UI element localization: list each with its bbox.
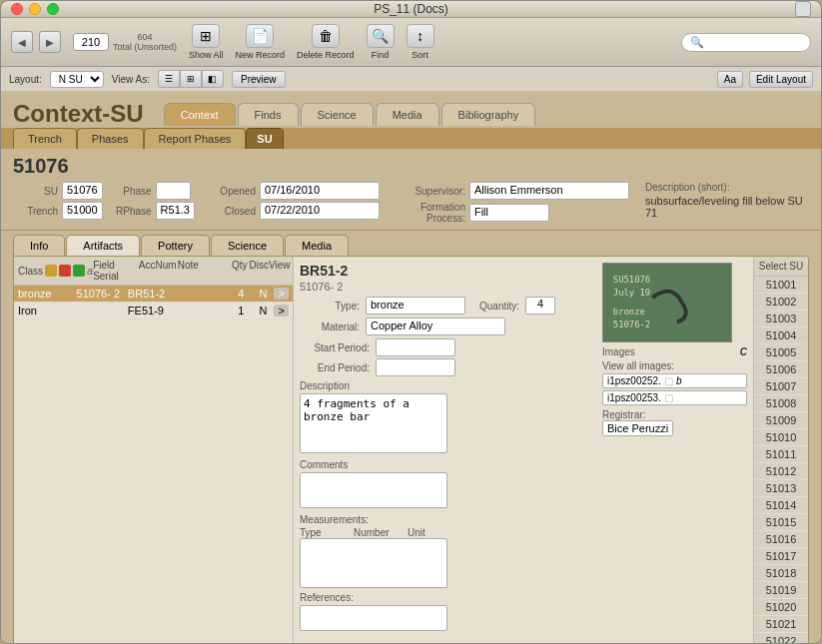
tab-science[interactable]: Science — [301, 103, 374, 126]
references-section: References: — [300, 592, 594, 631]
su-item[interactable]: 51002 — [754, 294, 808, 311]
view-as-label: View As: — [112, 74, 150, 85]
image-file-1[interactable]: i1psz00253. ▢ — [602, 390, 747, 405]
comments-textarea[interactable] — [300, 472, 447, 508]
record-number-input[interactable] — [73, 33, 109, 51]
sub-tab-phases[interactable]: Phases — [77, 128, 144, 149]
artifact-image: SU51076 July 19 bronze 51076-2 — [602, 263, 732, 342]
show-all-icon: ⊞ — [192, 24, 220, 48]
edit-layout-button[interactable]: Edit Layout — [749, 71, 813, 88]
td-view-0[interactable]: > — [274, 288, 289, 300]
content-tab-science[interactable]: Science — [211, 235, 284, 256]
main-window: PS_11 (Docs) ◀ ▶ 604 Total (Unsorted) ⊞ … — [0, 0, 822, 644]
content-tab-artifacts[interactable]: Artifacts — [66, 235, 140, 256]
sub-tab-report-phases[interactable]: Report Phases — [144, 128, 247, 149]
supervisor-label: Supervisor: — [396, 186, 465, 197]
view-list-button[interactable]: ⊞ — [180, 70, 202, 88]
aa-button[interactable]: Aa — [717, 71, 743, 88]
su-item[interactable]: 51010 — [754, 429, 808, 446]
su-item[interactable]: 51004 — [754, 327, 808, 344]
meas-table-header: Type Number Unit — [300, 527, 594, 538]
artifact-sub: 51076- 2 — [300, 281, 594, 293]
su-item[interactable]: 51019 — [754, 582, 808, 599]
type-value: bronze — [366, 297, 465, 315]
view-preview-button[interactable]: ◧ — [202, 70, 224, 88]
td-qty-1: 1 — [230, 305, 252, 317]
new-record-button[interactable]: 📄 New Record — [236, 24, 286, 60]
tab-finds[interactable]: Finds — [238, 103, 299, 126]
su-item[interactable]: 51016 — [754, 531, 808, 548]
maximize-button[interactable] — [47, 3, 59, 15]
record-total-label: 604 — [138, 32, 153, 42]
references-area — [300, 605, 447, 631]
search-input[interactable] — [708, 36, 802, 48]
su-item[interactable]: 51015 — [754, 514, 808, 531]
view-form-button[interactable]: ☰ — [158, 70, 180, 88]
nav-back-button[interactable]: ◀ — [11, 31, 33, 53]
formation-label: Formation Process: — [396, 202, 465, 224]
table-header: Class a Field Serial AccNum Note Qty Dis… — [14, 257, 293, 286]
su-item[interactable]: 51009 — [754, 412, 808, 429]
delete-record-icon: 🗑 — [312, 24, 340, 48]
search-box[interactable]: 🔍 — [681, 33, 811, 52]
su-item[interactable]: 51001 — [754, 277, 808, 294]
td-view-1[interactable]: > — [274, 305, 289, 317]
formation-row: Formation Process: Fill — [396, 202, 629, 224]
app-title: Context-SU — [13, 100, 144, 128]
table-row[interactable]: bronze 51076- 2 BR51-2 4 N > — [14, 286, 293, 303]
artifact-detail-panel: BR51-2 51076- 2 Type: bronze Quantity: 4… — [294, 257, 753, 644]
content-tab-info[interactable]: Info — [13, 235, 65, 256]
su-item[interactable]: 51022 — [754, 633, 808, 644]
content-tab-pottery[interactable]: Pottery — [141, 235, 210, 256]
tab-media[interactable]: Media — [376, 103, 439, 126]
artifact-title: BR51-2 — [300, 263, 594, 279]
su-item[interactable]: 51018 — [754, 565, 808, 582]
su-item[interactable]: 51020 — [754, 599, 808, 616]
sort-label: Sort — [411, 50, 428, 60]
su-item[interactable]: 51012 — [754, 463, 808, 480]
tab-bibliography[interactable]: Bibliography — [441, 103, 536, 126]
su-item[interactable]: 51008 — [754, 395, 808, 412]
material-value: Copper Alloy — [366, 318, 505, 335]
td-disc-1: N — [252, 305, 274, 317]
chart-icon-pie — [59, 265, 71, 277]
description-textarea[interactable]: 4 fragments of a bronze bar — [300, 393, 447, 453]
close-button[interactable] — [11, 3, 23, 15]
sub-tab-trench[interactable]: Trench — [13, 128, 77, 149]
show-all-button[interactable]: ⊞ Show All — [189, 24, 224, 60]
minimize-button[interactable] — [29, 3, 41, 15]
image-files: i1psz00252. ▢ b i1psz00253. ▢ — [602, 373, 747, 405]
closed-row: Closed 07/22/2010 — [211, 202, 380, 220]
artifact-image-svg: SU51076 July 19 bronze 51076-2 — [603, 263, 731, 342]
registrar-label: Registrar: — [602, 409, 747, 420]
image-file-0[interactable]: i1psz00252. ▢ b — [602, 373, 747, 388]
sub-tab-su[interactable]: SU — [246, 128, 283, 149]
su-item[interactable]: 51005 — [754, 344, 808, 361]
record-id: 51076 — [13, 155, 809, 178]
su-item[interactable]: 51003 — [754, 311, 808, 327]
material-row: Material: Copper Alloy — [300, 318, 594, 335]
sort-button[interactable]: ↕ Sort — [407, 24, 434, 60]
su-item[interactable]: 51007 — [754, 378, 808, 395]
su-item[interactable]: 51006 — [754, 361, 808, 378]
meas-type-label: Type — [300, 527, 350, 538]
detail-right-col: SU51076 July 19 bronze 51076-2 Images — [602, 263, 747, 631]
find-button[interactable]: 🔍 Find — [367, 24, 395, 60]
su-item[interactable]: 51017 — [754, 548, 808, 565]
layout-select[interactable]: N SU — [50, 71, 104, 88]
su-item[interactable]: 51014 — [754, 497, 808, 514]
window-resize-icon[interactable] — [795, 1, 811, 17]
preview-button[interactable]: Preview — [232, 71, 286, 88]
image-file-1-name: i1psz00253. — [607, 392, 661, 403]
table-row[interactable]: Iron FE51-9 1 N > — [14, 303, 293, 320]
comments-label: Comments — [300, 459, 594, 470]
su-item[interactable]: 51021 — [754, 616, 808, 633]
record-sort-label: Total (Unsorted) — [113, 42, 177, 52]
nav-forward-button[interactable]: ▶ — [39, 31, 61, 53]
tab-context[interactable]: Context — [164, 103, 236, 126]
su-item[interactable]: 51011 — [754, 446, 808, 463]
delete-record-button[interactable]: 🗑 Delete Record — [297, 24, 355, 60]
content-tab-media[interactable]: Media — [285, 235, 349, 256]
new-record-icon: 📄 — [246, 24, 274, 48]
su-item[interactable]: 51013 — [754, 480, 808, 497]
